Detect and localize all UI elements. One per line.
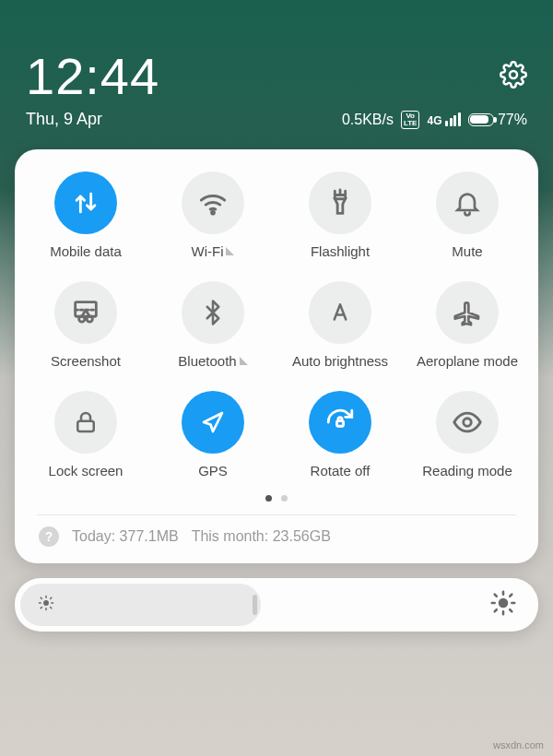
tile-bluetooth[interactable]: Bluetooth (149, 281, 276, 369)
brightness-low-icon (37, 594, 55, 616)
mobile-data-icon (54, 171, 117, 234)
tile-flashlight[interactable]: Flashlight (276, 171, 404, 259)
watermark: wsxdn.com (493, 739, 544, 750)
tile-rotate[interactable]: Rotate off (276, 391, 404, 478)
tile-label: Aeroplane mode (417, 353, 518, 369)
svg-point-9 (499, 598, 509, 608)
tile-label: Auto brightness (292, 353, 388, 369)
tile-label: Mute (452, 243, 482, 259)
tile-mobile-data[interactable]: Mobile data (22, 171, 149, 259)
brightness-fill (20, 584, 261, 626)
quick-settings-grid: Mobile data Wi-Fi Flashlight Mute Screen (22, 171, 531, 478)
tile-label: Flashlight (311, 243, 370, 259)
tile-label: Lock screen (49, 463, 124, 478)
svg-point-8 (43, 600, 49, 606)
tile-auto-brightness[interactable]: Auto brightness (276, 281, 404, 369)
usage-month: This month: 23.56GB (192, 528, 331, 545)
notification-shade-header: 12:44 Thu, 9 Apr 0.5KB/s Vo LTE 4G 77% (0, 0, 553, 138)
tile-wifi[interactable]: Wi-Fi (149, 171, 276, 259)
tile-screenshot[interactable]: Screenshot (22, 281, 149, 369)
tile-gps[interactable]: GPS (149, 391, 276, 478)
tile-label: Rotate off (311, 463, 371, 478)
bluetooth-icon (182, 281, 244, 344)
date-label: Thu, 9 Apr (26, 110, 102, 129)
chevron-down-icon (240, 357, 248, 365)
tile-label: GPS (198, 463, 228, 478)
auto-brightness-icon (309, 281, 371, 344)
svg-rect-5 (77, 421, 94, 431)
svg-point-7 (464, 419, 472, 427)
battery-icon: 77% (468, 112, 527, 128)
svg-point-1 (212, 211, 215, 214)
chevron-down-icon (226, 247, 234, 255)
tile-aeroplane-mode[interactable]: Aeroplane mode (404, 281, 531, 369)
tile-label: Wi-Fi (192, 243, 224, 259)
tile-label: Mobile data (50, 243, 122, 259)
rotate-lock-icon (309, 391, 371, 454)
eye-icon (436, 391, 499, 454)
gear-icon (500, 61, 527, 89)
signal-icon: 4G (427, 112, 461, 126)
page-dot (265, 495, 272, 502)
tile-reading-mode[interactable]: Reading mode (404, 391, 531, 478)
brightness-high-icon (490, 590, 516, 620)
wifi-icon (182, 171, 244, 234)
flashlight-icon (309, 171, 371, 234)
lock-icon (54, 391, 117, 454)
svg-point-0 (510, 71, 517, 78)
status-bar: 0.5KB/s Vo LTE 4G 77% (342, 111, 527, 129)
tile-label: Screenshot (51, 353, 121, 369)
brightness-slider[interactable] (15, 578, 538, 632)
tile-label: Reading mode (422, 463, 512, 478)
usage-today: Today: 377.1MB (72, 528, 179, 545)
clock-time: 12:44 (26, 46, 159, 106)
page-indicator[interactable] (22, 495, 531, 502)
brightness-handle[interactable] (253, 595, 257, 615)
settings-button[interactable] (500, 61, 527, 92)
data-usage-row[interactable]: ? Today: 377.1MB This month: 23.56GB (22, 515, 531, 550)
screenshot-icon (54, 281, 117, 344)
bell-icon (436, 171, 499, 234)
tile-lock-screen[interactable]: Lock screen (22, 391, 149, 478)
quick-settings-panel: Mobile data Wi-Fi Flashlight Mute Screen (15, 149, 538, 563)
tile-label: Bluetooth (178, 353, 236, 369)
help-icon: ? (39, 526, 59, 547)
volte-icon: Vo LTE (401, 111, 420, 129)
tile-mute[interactable]: Mute (404, 171, 531, 259)
airplane-icon (436, 281, 499, 344)
location-icon (182, 391, 244, 454)
page-dot (281, 495, 288, 502)
network-speed: 0.5KB/s (342, 112, 394, 128)
